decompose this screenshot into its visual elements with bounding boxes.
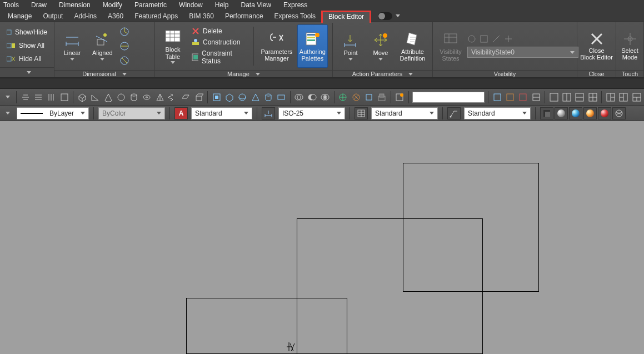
panel-title-action-parameters[interactable]: Action Parameters	[333, 70, 432, 77]
tb-right-4[interactable]	[531, 92, 541, 103]
tb-sect-1[interactable]	[211, 92, 222, 103]
tb-bool-intersect[interactable]	[319, 92, 330, 103]
mleader-style-button[interactable]	[447, 107, 461, 119]
tab-addins[interactable]: Add-ins	[68, 11, 102, 22]
linear-button[interactable]: Linear	[59, 24, 86, 68]
table-style-combo[interactable]: Standard	[371, 107, 438, 119]
tb-wedge[interactable]	[90, 92, 101, 103]
tb-bool-subtract[interactable]	[307, 92, 317, 103]
close-block-editor-button[interactable]: Close Block Editor	[582, 24, 611, 68]
menu-dataview[interactable]: Data View	[241, 1, 271, 9]
dim-misc-1[interactable]	[119, 27, 129, 37]
panel-title-dimensional[interactable]: Dimensional	[54, 70, 154, 77]
tab-output[interactable]: Output	[37, 11, 68, 22]
menu-modify[interactable]: Modify	[103, 1, 122, 9]
linetype-combo[interactable]: ByLayer	[17, 107, 89, 119]
tab-express-tools[interactable]: Express Tools	[269, 11, 321, 22]
tb-sect-2[interactable]	[224, 92, 234, 103]
tb-right-2[interactable]	[505, 92, 515, 103]
tb-planar[interactable]	[181, 92, 191, 103]
dim-style-button[interactable]	[262, 107, 275, 119]
panel-title-manage[interactable]: Manage	[155, 70, 332, 77]
authoring-palettes-button[interactable]: Authoring Palettes	[297, 24, 328, 68]
tb-clip[interactable]	[395, 92, 405, 103]
panel-title-geometric[interactable]	[0, 67, 54, 77]
tab-bim360[interactable]: BIM 360	[183, 11, 219, 22]
tb-sect-3[interactable]	[237, 92, 248, 103]
tb-ucs-2[interactable]	[351, 92, 361, 103]
tb-pyramid[interactable]	[154, 92, 165, 103]
tb-sphere[interactable]	[116, 92, 126, 103]
tb-tile-7[interactable]	[631, 92, 642, 103]
delete-button[interactable]: Delete	[189, 27, 248, 36]
dim-misc-2[interactable]	[119, 41, 129, 51]
tb-right-3[interactable]	[518, 92, 528, 103]
vs-btn-5[interactable]	[598, 107, 611, 119]
vs-btn-6[interactable]	[612, 107, 626, 119]
tb-helix[interactable]	[167, 92, 178, 103]
tab-manage[interactable]: Manage	[2, 11, 37, 22]
tb-extrude[interactable]	[193, 92, 204, 103]
panel-toggle[interactable]	[378, 12, 392, 20]
table-style-button[interactable]	[355, 107, 368, 119]
pb-dropdown[interactable]	[2, 108, 13, 119]
tb-tile-1[interactable]	[548, 92, 559, 103]
menu-parametric[interactable]: Parametric	[134, 1, 167, 9]
tb-sect-6[interactable]	[276, 92, 287, 103]
tb-ucs-4[interactable]	[376, 92, 387, 103]
vs-btn-1[interactable]	[540, 107, 553, 119]
tb-sect-5[interactable]	[263, 92, 273, 103]
tab-a360[interactable]: A360	[102, 11, 129, 22]
attribute-definition-button[interactable]: Attribute Definition	[397, 24, 428, 68]
tb-ucs-1[interactable]	[338, 92, 348, 103]
dim-style-combo[interactable]: ISO-25	[278, 107, 345, 119]
constraint-status-button[interactable]: Constraint Status	[189, 49, 248, 66]
menu-express[interactable]: Express	[283, 1, 307, 9]
tab-performance[interactable]: Performance	[219, 11, 269, 22]
menu-window[interactable]: Window	[179, 1, 203, 9]
tb-tile-2[interactable]	[561, 92, 572, 103]
tab-block-editor[interactable]: Block Editor	[321, 11, 371, 23]
tb-tile-4[interactable]	[587, 92, 598, 103]
move-button[interactable]: Move	[367, 24, 394, 68]
point-button[interactable]: Point	[337, 24, 364, 68]
text-style-button[interactable]: A	[174, 107, 188, 119]
lineweight-combo[interactable]: ByColor	[98, 107, 165, 119]
tb-btn-4[interactable]	[59, 92, 69, 103]
menu-help[interactable]: Help	[215, 1, 229, 9]
tb-dropdown[interactable]	[2, 92, 13, 103]
tb-torus[interactable]	[142, 92, 152, 103]
tab-featured-apps[interactable]: Featured Apps	[129, 11, 183, 22]
rect-3[interactable]	[186, 298, 347, 354]
vs-btn-2[interactable]	[555, 107, 568, 119]
command-input[interactable]	[412, 92, 485, 103]
visibility-state-combo[interactable]: VisibilityState0	[467, 47, 578, 58]
tb-tile-6[interactable]	[618, 92, 629, 103]
tb-tile-3[interactable]	[575, 92, 585, 103]
tb-ucs-3[interactable]	[363, 92, 374, 103]
tb-btn-2[interactable]	[33, 92, 44, 103]
construction-button[interactable]: Construction	[189, 38, 248, 47]
tb-bool-union[interactable]	[294, 92, 304, 103]
hide-all-button[interactable]: Hide All	[4, 54, 49, 63]
tb-tile-5[interactable]	[605, 92, 616, 103]
tb-btn-1[interactable]	[20, 92, 31, 103]
tb-btn-3[interactable]	[46, 92, 57, 103]
menu-draw[interactable]: Draw	[31, 1, 47, 9]
show-all-button[interactable]: Show All	[4, 41, 49, 50]
ribbon-minimize-dropdown[interactable]	[396, 14, 400, 17]
drawing-canvas[interactable]	[0, 121, 644, 354]
block-table-button[interactable]: Block Table	[159, 24, 186, 68]
vs-btn-4[interactable]	[583, 107, 597, 119]
menu-tools[interactable]: Tools	[3, 1, 19, 9]
dim-misc-3[interactable]	[119, 56, 129, 66]
parameters-manager-button[interactable]: Parameters Manager	[259, 24, 294, 68]
tb-cone[interactable]	[103, 92, 113, 103]
tb-right-1[interactable]	[492, 92, 502, 103]
tb-cylinder[interactable]	[128, 92, 139, 103]
text-style-combo[interactable]: Standard	[191, 107, 252, 119]
show-hide-button[interactable]: Show/Hide	[4, 28, 49, 37]
menu-dimension[interactable]: Dimension	[59, 1, 91, 9]
vs-btn-3[interactable]	[569, 107, 582, 119]
aligned-button[interactable]: Aligned	[89, 24, 116, 68]
